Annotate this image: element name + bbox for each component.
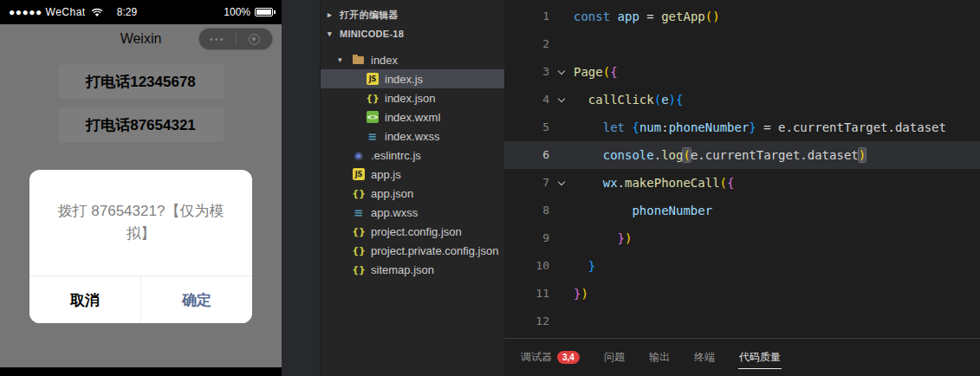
code-text: let {num:phoneNumber} = e.currentTarget.… [574,113,980,141]
tab-label: 问题 [604,350,625,365]
token-bb: } [588,259,595,273]
code-text [574,30,980,58]
file-name: .eslintrc.js [371,149,421,162]
project-root-section[interactable]: ▾ MINICODE-18 [321,24,504,43]
line-number: 7 [504,169,549,197]
file-sitemap.json[interactable]: {}sitemap.json [321,260,504,279]
panel-tab-problems[interactable]: 问题 [603,346,626,369]
json-icon: {} [352,263,366,276]
fold-spacer [549,30,574,58]
home-indicator [0,367,282,376]
code-line-10[interactable]: 10 } [504,252,980,280]
line-number: 12 [504,308,549,335]
token-bm: ( [683,148,690,162]
code-line-9[interactable]: 9 }) [504,224,980,252]
chevron-down-icon: ▾ [338,55,352,64]
js-icon: JS [367,73,379,85]
fold-chevron-icon[interactable] [549,169,574,197]
token-v: app [618,10,639,23]
token-p [574,93,588,107]
open-editors-section[interactable]: ▸ 打开的编辑器 [321,5,504,24]
token-bp: { [610,65,617,79]
panel-tab-terminal[interactable]: 终端 [693,346,716,369]
code-text: }) [574,224,980,252]
json-icon: {} [352,243,366,257]
code-line-11[interactable]: 11}) [504,280,980,308]
panel-tab-output[interactable]: 输出 [648,346,671,369]
code-area[interactable]: 1const app = getApp()23Page({4 callClick… [504,0,980,338]
code-line-1[interactable]: 1const app = getApp() [504,3,980,30]
token-p: : [661,120,668,134]
code-line-2[interactable]: 2 [504,30,980,58]
token-v: phoneNumber [669,120,750,134]
code-line-7[interactable]: 7 wx.makePhoneCall({ [504,169,980,197]
token-bg: () [705,10,720,23]
fold-spacer [549,113,574,141]
file-name: project.private.config.json [371,244,498,257]
file-project.private.config.json[interactable]: {}project.private.config.json [321,241,504,260]
token-p: = [639,10,661,23]
file-app.json[interactable]: {}app.json [321,184,504,203]
file-.eslintrc.js[interactable]: ◉.eslintrc.js [321,146,504,165]
code-text: const app = getApp() [574,3,980,30]
file-index.json[interactable]: {}index.json [321,88,504,107]
token-f: callClick [588,93,654,107]
token-p [574,204,632,217]
token-p: . [618,176,625,190]
code-text: } [574,252,980,280]
code-line-5[interactable]: 5 let {num:phoneNumber} = e.currentTarge… [504,113,980,141]
file-name: app.json [371,187,413,200]
file-name: index.js [385,73,423,86]
token-bp: { [727,176,734,190]
fold-spacer [549,197,574,224]
line-number: 11 [504,280,549,308]
fold-chevron-icon[interactable] [549,58,574,86]
code-line-12[interactable]: 12 [504,308,980,335]
token-p [574,176,603,190]
file-name: index.wxss [385,130,440,143]
json-icon: {} [366,91,380,105]
fold-chevron-icon[interactable] [549,86,574,113]
modal-message: 拨打 87654321?【仅为模拟】 [29,170,252,276]
file-app.js[interactable]: JSapp.js [321,165,504,184]
token-k: const [574,10,610,23]
token-bp: } [618,231,625,245]
code-text: phoneNumber [574,197,980,224]
line-number: 3 [504,58,549,86]
token-p: e.currentTarget.dataset [778,120,946,134]
code-line-3[interactable]: 3Page({ [504,58,980,86]
modal-confirm-button[interactable]: 确定 [141,276,252,323]
code-text: Page({ [574,58,980,86]
file-index.wxml[interactable]: <>index.wxml [321,107,504,126]
file-project.config.json[interactable]: {}project.config.json [321,222,504,241]
wxss-icon: ≡ [366,129,380,143]
panel-tab-code-quality[interactable]: 代码质量 [738,346,782,369]
code-line-8[interactable]: 8 phoneNumber [504,197,980,224]
section-label: 打开的编辑器 [340,9,399,22]
carrier-label: ●●●●● WeChat [9,6,86,18]
file-index.wxss[interactable]: ≡index.wxss [321,126,504,146]
token-f: makePhoneCall [625,176,720,190]
token-bb: { [632,120,639,134]
token-v: num [639,120,661,134]
battery-percent: 100% [224,6,250,18]
wechat-devtools-window: ●●●●● WeChat 8:29 100% Weixin [0,0,980,376]
fold-spacer [549,3,574,30]
wxss-icon: ≡ [352,205,366,219]
file-app.wxss[interactable]: ≡app.wxss [321,203,504,222]
tab-label: 调试器 [521,350,552,365]
js-icon: JS [353,168,365,180]
modal-cancel-button[interactable]: 取消 [29,276,141,323]
code-line-6[interactable]: 6 console.log(e.currentTarget.dataset) [504,141,980,169]
panel-gap [282,0,321,376]
folder-index[interactable]: ▾index [321,50,504,69]
token-bb: ) [669,93,676,107]
file-tree: ▾indexJSindex.js{}index.json<>index.wxml… [321,50,504,279]
chevron-down-icon [558,94,565,101]
panel-tab-debugger[interactable]: 调试器3,4 [520,346,581,369]
code-text: callClick(e){ [574,86,980,113]
code-line-4[interactable]: 4 callClick(e){ [504,86,980,113]
modal-dialog: 拨打 87654321?【仅为模拟】 取消 确定 [29,170,252,323]
file-index.js[interactable]: JSindex.js [321,69,504,88]
file-name: project.config.json [371,225,462,238]
